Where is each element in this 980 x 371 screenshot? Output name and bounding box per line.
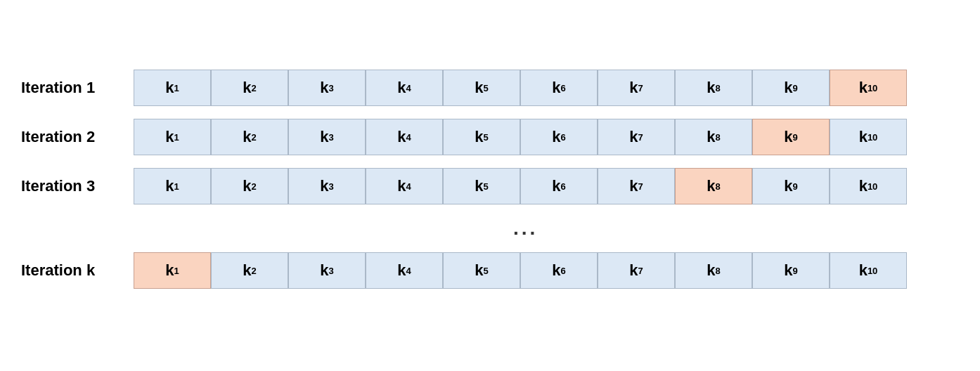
ellipsis-text: ... <box>134 217 538 240</box>
cell-iterk-2: k2 <box>211 252 288 289</box>
cell-iter1-1: k1 <box>134 70 211 106</box>
cell-iter3-1: k1 <box>134 168 211 204</box>
cell-iter1-4: k4 <box>366 70 443 106</box>
cell-iter1-9: k9 <box>752 70 830 106</box>
cell-iter2-6: k6 <box>520 119 598 155</box>
cell-iter3-6: k6 <box>520 168 598 204</box>
cells-iter2: k1k2k3k4k5k6k7k8k9k10 <box>134 119 907 155</box>
iteration-label-iter1: Iteration 1 <box>21 79 134 97</box>
cell-iterk-1: k1 <box>134 252 211 289</box>
iteration-label-iter2: Iteration 2 <box>21 128 134 146</box>
cell-iterk-7: k7 <box>598 252 675 289</box>
cell-iter2-1: k1 <box>134 119 211 155</box>
cells-iter1: k1k2k3k4k5k6k7k8k9k10 <box>134 70 907 106</box>
cell-iterk-8: k8 <box>675 252 752 289</box>
cell-iter3-9: k9 <box>752 168 830 204</box>
cell-iterk-9: k9 <box>752 252 830 289</box>
cell-iter3-8: k8 <box>675 168 752 204</box>
cell-iter2-10: k10 <box>830 119 907 155</box>
cells-iter3: k1k2k3k4k5k6k7k8k9k10 <box>134 168 907 204</box>
cell-iterk-10: k10 <box>830 252 907 289</box>
cell-iter1-8: k8 <box>675 70 752 106</box>
iteration-label-iter3: Iteration 3 <box>21 177 134 195</box>
cell-iter1-3: k3 <box>288 70 366 106</box>
cell-iter2-4: k4 <box>366 119 443 155</box>
cell-iter2-9: k9 <box>752 119 830 155</box>
cell-iter2-3: k3 <box>288 119 366 155</box>
cell-iter3-7: k7 <box>598 168 675 204</box>
iteration-row-iter2: Iteration 2k1k2k3k4k5k6k7k8k9k10 <box>21 119 959 155</box>
cell-iterk-5: k5 <box>443 252 520 289</box>
cell-iter1-7: k7 <box>598 70 675 106</box>
cell-iterk-4: k4 <box>366 252 443 289</box>
cell-iter3-2: k2 <box>211 168 288 204</box>
iteration-row-iter1: Iteration 1k1k2k3k4k5k6k7k8k9k10 <box>21 70 959 106</box>
cell-iter2-8: k8 <box>675 119 752 155</box>
cell-iter3-4: k4 <box>366 168 443 204</box>
cell-iter3-3: k3 <box>288 168 366 204</box>
cell-iter2-5: k5 <box>443 119 520 155</box>
iteration-label-iterk: Iteration k <box>21 261 134 280</box>
cell-iter3-10: k10 <box>830 168 907 204</box>
cell-iter1-5: k5 <box>443 70 520 106</box>
iteration-row-iterk: Iteration kk1k2k3k4k5k6k7k8k9k10 <box>21 252 959 289</box>
cells-iterk: k1k2k3k4k5k6k7k8k9k10 <box>134 252 907 289</box>
ellipsis-row: ... <box>21 217 959 240</box>
cell-iter2-7: k7 <box>598 119 675 155</box>
iteration-row-iter3: Iteration 3k1k2k3k4k5k6k7k8k9k10 <box>21 168 959 204</box>
cell-iterk-3: k3 <box>288 252 366 289</box>
cell-iter3-5: k5 <box>443 168 520 204</box>
cell-iter2-2: k2 <box>211 119 288 155</box>
cell-iterk-6: k6 <box>520 252 598 289</box>
cell-iter1-2: k2 <box>211 70 288 106</box>
cell-iter1-6: k6 <box>520 70 598 106</box>
cell-iter1-10: k10 <box>830 70 907 106</box>
